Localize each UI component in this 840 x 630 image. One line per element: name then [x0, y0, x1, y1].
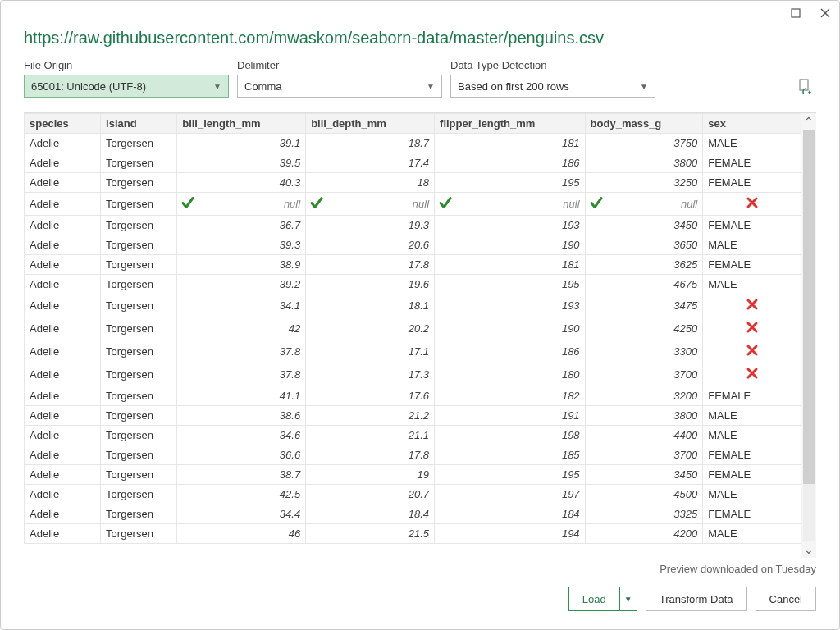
cell: Adelie	[25, 504, 101, 524]
detection-label: Data Type Detection	[450, 59, 655, 71]
cell: 34.1	[177, 294, 306, 317]
delimiter-dropdown[interactable]: Comma ▼	[237, 75, 442, 98]
cell: Adelie	[25, 485, 101, 504]
table-row[interactable]: AdelieTorgersen41.117.61823200FEMALE	[25, 386, 801, 406]
cell: Adelie	[25, 524, 101, 544]
table-row[interactable]: AdelieTorgersennullnullnullnull	[25, 193, 801, 216]
scroll-track[interactable]	[803, 130, 815, 541]
load-dropdown-button[interactable]: ▼	[619, 587, 637, 611]
x-icon	[746, 321, 759, 336]
table-row[interactable]: AdelieTorgersen39.517.41863800FEMALE	[25, 153, 801, 173]
table-row[interactable]: AdelieTorgersen4220.21904250	[25, 317, 801, 340]
cell: Torgersen	[101, 216, 177, 235]
table-row[interactable]: AdelieTorgersen42.520.71974500MALE	[25, 485, 801, 504]
cell: 193	[435, 294, 586, 317]
cell: null	[585, 193, 703, 216]
scroll-down-icon[interactable]: ⌄	[804, 543, 814, 556]
load-split-button: Load ▼	[568, 587, 637, 611]
column-header[interactable]: species	[25, 114, 101, 134]
cell: 3800	[585, 406, 703, 426]
cell: null	[177, 193, 306, 216]
cell: 3750	[585, 134, 703, 153]
cell: Adelie	[25, 340, 101, 363]
table-row[interactable]: AdelieTorgersen40.3181953250FEMALE	[25, 173, 801, 193]
cell: 4200	[585, 524, 703, 544]
table-row[interactable]: AdelieTorgersen4621.51944200MALE	[25, 524, 801, 544]
check-icon	[438, 195, 453, 212]
table-row[interactable]: AdelieTorgersen38.917.81813625FEMALE	[25, 255, 801, 275]
cell: Adelie	[25, 235, 101, 255]
scroll-thumb[interactable]	[803, 130, 815, 484]
table-row[interactable]: AdelieTorgersen34.418.41843325FEMALE	[25, 504, 801, 524]
cell: 195	[435, 173, 586, 193]
cell: 3625	[585, 255, 703, 275]
column-header[interactable]: body_mass_g	[585, 114, 703, 134]
cell: 3650	[585, 235, 703, 255]
chevron-down-icon: ▼	[640, 82, 648, 91]
cell: 4400	[585, 426, 703, 445]
cell: 17.1	[306, 340, 435, 363]
refresh-button[interactable]	[793, 75, 816, 98]
cell: FEMALE	[703, 153, 801, 173]
table-row[interactable]: AdelieTorgersen34.118.11933475	[25, 294, 801, 317]
cell: 38.6	[177, 406, 306, 426]
table-row[interactable]: AdelieTorgersen38.7191953450FEMALE	[25, 465, 801, 485]
table-row[interactable]: AdelieTorgersen39.118.71813750MALE	[25, 134, 801, 153]
cell: Torgersen	[101, 173, 177, 193]
table-row[interactable]: AdelieTorgersen34.621.11984400MALE	[25, 426, 801, 445]
cell: 38.7	[177, 465, 306, 485]
cell: MALE	[703, 134, 801, 153]
column-header[interactable]: bill_length_mm	[177, 114, 306, 134]
cell: Torgersen	[101, 524, 177, 544]
preview-table: speciesislandbill_length_mmbill_depth_mm…	[24, 113, 801, 544]
column-header[interactable]: sex	[703, 114, 801, 134]
cell: Torgersen	[101, 275, 177, 294]
cell: 3450	[585, 465, 703, 485]
preview-status: Preview downloaded on Tuesday	[24, 563, 816, 575]
cell: MALE	[703, 485, 801, 504]
cell: Torgersen	[101, 485, 177, 504]
close-button[interactable]	[818, 6, 833, 21]
table-row[interactable]: AdelieTorgersen39.320.61903650MALE	[25, 235, 801, 255]
cell: 182	[435, 386, 586, 406]
cell: 190	[435, 235, 586, 255]
cell: Adelie	[25, 317, 101, 340]
cell: Adelie	[25, 134, 101, 153]
cell: Torgersen	[101, 235, 177, 255]
cell: Adelie	[25, 193, 101, 216]
cell: 37.8	[177, 340, 306, 363]
cell: 39.2	[177, 275, 306, 294]
file-origin-dropdown[interactable]: 65001: Unicode (UTF-8) ▼	[24, 75, 229, 98]
check-icon	[309, 195, 324, 212]
cancel-button[interactable]: Cancel	[756, 587, 816, 611]
load-button[interactable]: Load	[568, 587, 619, 611]
table-row[interactable]: AdelieTorgersen37.817.11863300	[25, 340, 801, 363]
cell: 21.2	[306, 406, 435, 426]
table-row[interactable]: AdelieTorgersen37.817.31803700	[25, 363, 801, 386]
transform-button[interactable]: Transform Data	[646, 587, 747, 611]
check-icon	[180, 195, 195, 212]
cell: 3200	[585, 386, 703, 406]
cell: 3325	[585, 504, 703, 524]
cell: 18.4	[306, 504, 435, 524]
table-row[interactable]: AdelieTorgersen36.617.81853700FEMALE	[25, 445, 801, 465]
column-header[interactable]: bill_depth_mm	[306, 114, 435, 134]
vertical-scrollbar[interactable]: ⌃ ⌄	[801, 113, 816, 558]
cell: 3250	[585, 173, 703, 193]
svg-rect-3	[800, 80, 808, 90]
cell: Torgersen	[101, 386, 177, 406]
maximize-button[interactable]	[788, 6, 803, 21]
column-header[interactable]: flipper_length_mm	[435, 114, 586, 134]
cell: Adelie	[25, 445, 101, 465]
cell: Adelie	[25, 465, 101, 485]
column-header[interactable]: island	[101, 114, 177, 134]
detection-dropdown[interactable]: Based on first 200 rows ▼	[450, 75, 655, 98]
cell: 20.2	[306, 317, 435, 340]
table-row[interactable]: AdelieTorgersen39.219.61954675MALE	[25, 275, 801, 294]
cell: 181	[435, 255, 586, 275]
table-row[interactable]: AdelieTorgersen36.719.31933450FEMALE	[25, 216, 801, 235]
table-row[interactable]: AdelieTorgersen38.621.21913800MALE	[25, 406, 801, 426]
scroll-up-icon[interactable]: ⌃	[804, 115, 814, 128]
cell: 195	[435, 465, 586, 485]
cell: Adelie	[25, 406, 101, 426]
